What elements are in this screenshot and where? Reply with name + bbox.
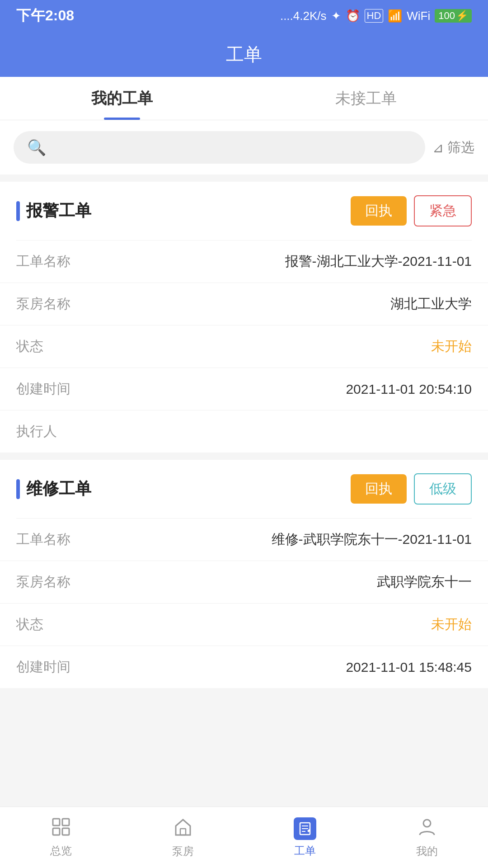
filter-icon: ⊿ [432,140,444,156]
card-actions-0: 回执 紧急 [351,195,472,226]
nav-item-overview[interactable]: 总览 [0,807,122,868]
card-row-1-3: 创建时间 2021-11-01 15:48:45 [0,646,488,688]
row-value-0-0: 报警-湖北工业大学-2021-11-01 [285,252,472,271]
card-title-wrap-0: 报警工单 [16,200,91,222]
mine-icon [417,817,437,840]
card-row-0-2: 状态 未开始 [0,326,488,368]
hd-icon: HD [365,9,384,23]
tab-my-workorder[interactable]: 我的工单 [0,77,244,120]
row-label-0-1: 泵房名称 [16,295,70,313]
nav-label-workorder: 工单 [294,844,316,858]
row-value-0-2: 未开始 [431,337,472,356]
row-value-0-1: 湖北工业大学 [390,295,472,313]
row-label-1-0: 工单名称 [16,530,70,549]
nav-item-workorder[interactable]: 工单 [244,807,366,868]
status-right: ....4.2K/s ✦ ⏰ HD 📶 WiFi 100 ⚡ [280,9,472,23]
card-title-1: 维修工单 [26,478,91,500]
row-label-0-4: 执行人 [16,422,57,441]
card-row-0-3: 创建时间 2021-11-01 20:54:10 [0,368,488,410]
app-bar: 工单 [0,32,488,77]
card-header-0: 报警工单 回执 紧急 [0,182,488,240]
tag-button-0[interactable]: 紧急 [414,195,472,226]
network-speed: ....4.2K/s [280,9,327,23]
card-row-0-4: 执行人 [0,410,488,453]
filter-label: 筛选 [447,138,474,157]
bluetooth-icon: ✦ [331,9,341,23]
svg-point-9 [423,820,431,827]
svg-rect-3 [62,828,69,835]
card-row-0-1: 泵房名称 湖北工业大学 [0,283,488,326]
receipt-button-0[interactable]: 回执 [351,196,407,226]
status-time: 下午2:08 [16,6,74,26]
pumproom-icon [173,817,193,840]
main-content: 🔍 ⊿ 筛选 报警工单 回执 紧急 工单名称 报警-湖北工业大学-2021-11… [0,120,488,759]
row-label-0-2: 状态 [16,337,43,356]
wifi-icon: WiFi [407,9,430,23]
app-title: 工单 [226,42,262,67]
tab-unassigned-workorder[interactable]: 未接工单 [244,77,488,120]
nav-label-mine: 我的 [416,844,438,859]
search-wrapper[interactable]: 🔍 [14,131,425,164]
row-value-1-3: 2021-11-01 15:48:45 [346,660,472,675]
row-label-1-2: 状态 [16,615,43,634]
card-row-0-0: 工单名称 报警-湖北工业大学-2021-11-01 [0,241,488,283]
overview-icon [51,817,71,840]
card-row-1-2: 状态 未开始 [0,604,488,646]
card-actions-1: 回执 低级 [351,473,472,505]
svg-rect-0 [53,819,60,826]
svg-rect-1 [62,819,69,826]
row-value-1-2: 未开始 [431,615,472,634]
card-title-0: 报警工单 [26,200,91,222]
workorder-card-0: 报警工单 回执 紧急 工单名称 报警-湖北工业大学-2021-11-01 泵房名… [0,182,488,453]
row-value-1-0: 维修-武职学院东十一-2021-11-01 [272,530,472,549]
search-input[interactable] [52,140,412,155]
search-bar: 🔍 ⊿ 筛选 [0,120,488,175]
card-row-1-0: 工单名称 维修-武职学院东十一-2021-11-01 [0,519,488,561]
nav-label-pumproom: 泵房 [172,844,194,859]
svg-rect-2 [53,828,60,835]
tab-bar: 我的工单 未接工单 [0,77,488,120]
card-title-bar-0 [16,201,20,221]
card-title-wrap-1: 维修工单 [16,478,91,500]
row-label-0-0: 工单名称 [16,252,70,271]
row-value-1-1: 武职学院东十一 [377,573,472,591]
battery-icon: 100 ⚡ [435,9,472,23]
search-icon: 🔍 [27,138,46,156]
tag-button-1[interactable]: 低级 [414,473,472,505]
card-row-1-1: 泵房名称 武职学院东十一 [0,561,488,604]
status-bar: 下午2:08 ....4.2K/s ✦ ⏰ HD 📶 WiFi 100 ⚡ [0,0,488,32]
row-label-1-3: 创建时间 [16,658,70,676]
card-title-bar-1 [16,479,20,499]
nav-item-mine[interactable]: 我的 [366,807,488,868]
card-header-1: 维修工单 回执 低级 [0,460,488,518]
bottom-nav: 总览 泵房 工单 [0,807,488,868]
workorder-card-1: 维修工单 回执 低级 工单名称 维修-武职学院东十一-2021-11-01 泵房… [0,460,488,688]
nav-label-overview: 总览 [50,844,72,858]
receipt-button-1[interactable]: 回执 [351,474,407,504]
signal-icon: 📶 [388,9,402,23]
workorder-nav-icon [294,817,316,840]
filter-button[interactable]: ⊿ 筛选 [432,138,474,157]
svg-rect-4 [180,829,186,835]
row-label-1-1: 泵房名称 [16,573,70,591]
row-value-0-3: 2021-11-01 20:54:10 [346,382,472,397]
alarm-icon: ⏰ [346,9,360,23]
nav-item-pumproom[interactable]: 泵房 [122,807,244,868]
row-label-0-3: 创建时间 [16,380,70,398]
